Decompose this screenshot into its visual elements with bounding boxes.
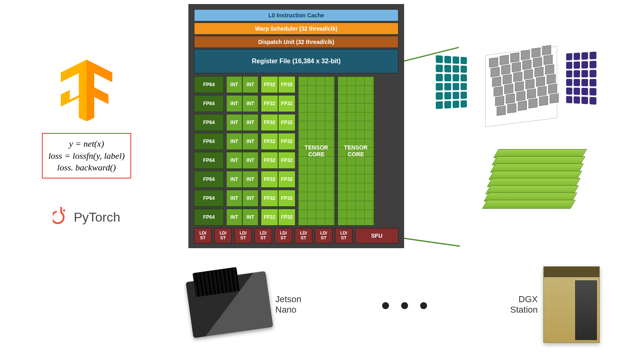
fp64-core: FP64 [194, 152, 224, 169]
fp32-core: FP32 [278, 152, 295, 169]
input-matrix-b [566, 51, 603, 107]
svg-marker-2 [94, 87, 108, 104]
ldst-unit: LD/ ST [315, 228, 332, 243]
ldst-unit: LD/ ST [254, 228, 272, 243]
int-core: INT [242, 171, 258, 188]
int-core: INT [226, 209, 242, 226]
ldst-unit: LD/ ST [295, 228, 312, 243]
tensor-core-3d-icon [435, 44, 604, 222]
fp32-core: FP32 [261, 76, 278, 93]
input-matrix-a [436, 55, 473, 111]
code-line: y = net(x) [48, 138, 125, 150]
l0-cache-row: L0 Instruction Cache [194, 9, 398, 21]
fp64-core: FP64 [194, 209, 224, 226]
connector-line [404, 238, 460, 247]
int-core: INT [226, 133, 242, 150]
core-grid: FP64FP64FP64FP64FP64FP64FP64FP64 INTINTI… [192, 75, 400, 226]
sm-diagram: L0 Instruction Cache Warp Scheduler (32 … [188, 4, 404, 248]
svg-point-3 [63, 210, 65, 212]
int-core: INT [242, 114, 258, 131]
int-core: INT [242, 190, 258, 207]
fp32-core: FP32 [278, 114, 295, 131]
fp32-core: FP32 [278, 190, 295, 207]
int-core: INT [242, 95, 258, 112]
fp32-core: FP32 [261, 152, 278, 169]
int-core: INT [226, 76, 242, 93]
fp64-core: FP64 [194, 95, 224, 112]
warp-scheduler-row: Warp Scheduler (32 thread/clk) [194, 23, 398, 35]
output-stack [483, 149, 572, 218]
ellipsis-icon: ● ● ● [381, 296, 431, 314]
code-line: loss = lossfn(y, label) [48, 150, 125, 162]
fp64-core: FP64 [194, 190, 224, 207]
fp32-core: FP32 [278, 76, 295, 93]
fp32-core: FP32 [261, 114, 278, 131]
fp32-core: FP32 [261, 171, 278, 188]
int-core: INT [226, 190, 242, 207]
ldst-row: LD/ STLD/ STLD/ STLD/ STLD/ STLD/ STLD/ … [192, 226, 400, 244]
int-core: INT [226, 152, 242, 169]
int-core: INT [242, 209, 258, 226]
dgx-station-icon [543, 266, 600, 343]
int-core: INT [242, 133, 258, 150]
ldst-unit: LD/ ST [335, 228, 353, 243]
dgx-station: DGX Station [510, 266, 600, 343]
dgx-station-label: DGX Station [510, 294, 538, 315]
register-file-row: Register File (16,384 x 32-bit) [194, 49, 398, 73]
sfu-unit: SFU [355, 228, 398, 243]
fp32-core: FP32 [261, 133, 278, 150]
frameworks-column: y = net(x) loss = lossfn(y, label) loss.… [24, 56, 149, 228]
fp32-core: FP32 [278, 133, 295, 150]
fp32-core: FP32 [278, 95, 295, 112]
fp32-core: FP32 [261, 209, 278, 226]
fp64-core: FP64 [194, 171, 224, 188]
jetson-nano-label: Jetson Nano [275, 294, 301, 315]
fp32-core: FP32 [278, 209, 295, 226]
int-core: INT [226, 114, 242, 131]
hardware-spectrum: Jetson Nano ● ● ● DGX Station [189, 260, 600, 349]
int-core: INT [242, 152, 258, 169]
ldst-unit: LD/ ST [214, 228, 232, 243]
ldst-unit: LD/ ST [234, 228, 252, 243]
fp64-core: FP64 [194, 133, 224, 150]
int-core: INT [226, 95, 242, 112]
ldst-unit: LD/ ST [275, 228, 292, 243]
pytorch-logo: PyTorch [53, 207, 120, 228]
fp64-core: FP64 [194, 114, 224, 131]
fp64-core: FP64 [194, 76, 224, 93]
dispatch-unit-row: Dispatch Unit (32 thread/clk) [194, 36, 398, 48]
fp32-core: FP32 [278, 171, 295, 188]
pytorch-label: PyTorch [74, 210, 120, 225]
code-line: loss. backward() [48, 162, 125, 174]
jetson-nano-icon [186, 271, 273, 338]
jetson-nano: Jetson Nano [189, 276, 301, 333]
fp32-core: FP32 [261, 95, 278, 112]
product-cube [485, 46, 557, 127]
tensor-core: TENSOR CORE [337, 76, 374, 226]
svg-marker-1 [61, 60, 87, 121]
fp32-core: FP32 [261, 190, 278, 207]
autodiff-code-block: y = net(x) loss = lossfn(y, label) loss.… [42, 133, 131, 178]
int-core: INT [242, 76, 258, 93]
int-core: INT [226, 171, 242, 188]
ldst-unit: LD/ ST [194, 228, 212, 243]
tensor-core: TENSOR CORE [298, 76, 335, 226]
tensorflow-logo-icon [54, 56, 119, 121]
